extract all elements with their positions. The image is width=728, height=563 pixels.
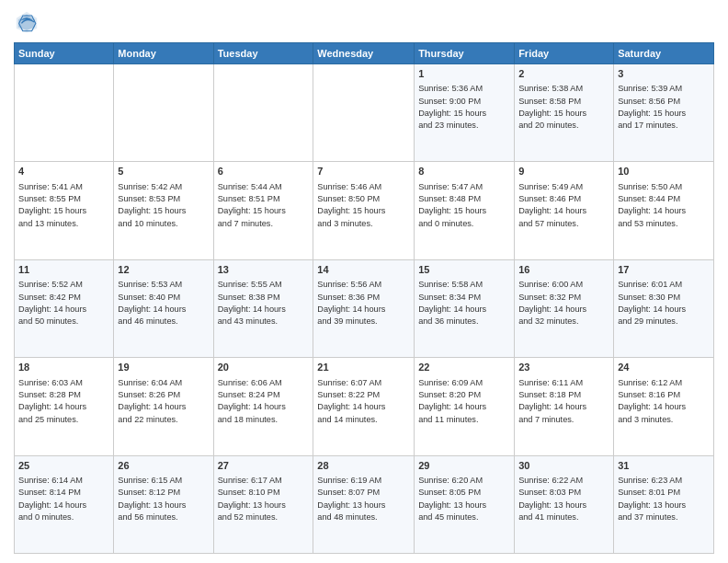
day-number: 30 [518, 459, 609, 473]
day-number: 26 [118, 459, 209, 473]
day-number: 7 [317, 165, 410, 178]
day-number: 21 [317, 361, 410, 374]
day-info: Sunrise: 6:07 AM Sunset: 8:22 PM Dayligh… [317, 377, 410, 426]
calendar-week-3: 11Sunrise: 5:52 AM Sunset: 8:42 PM Dayli… [15, 259, 714, 357]
calendar-cell [213, 64, 313, 162]
day-info: Sunrise: 6:19 AM Sunset: 8:07 PM Dayligh… [317, 475, 410, 523]
col-saturday: Saturday [614, 43, 714, 64]
calendar-cell: 5Sunrise: 5:42 AM Sunset: 8:53 PM Daylig… [114, 162, 213, 259]
day-number: 13 [218, 263, 310, 277]
day-info: Sunrise: 6:11 AM Sunset: 8:18 PM Dayligh… [518, 377, 609, 426]
day-info: Sunrise: 6:14 AM Sunset: 8:14 PM Dayligh… [18, 475, 109, 523]
day-info: Sunrise: 5:41 AM Sunset: 8:55 PM Dayligh… [18, 181, 109, 230]
day-info: Sunrise: 5:44 AM Sunset: 8:51 PM Dayligh… [218, 181, 310, 230]
calendar-cell: 10Sunrise: 5:50 AM Sunset: 8:44 PM Dayli… [614, 162, 714, 259]
calendar-cell [15, 64, 114, 162]
calendar-cell [313, 64, 415, 162]
calendar-cell: 19Sunrise: 6:04 AM Sunset: 8:26 PM Dayli… [114, 358, 213, 455]
logo [14, 9, 43, 35]
day-number: 19 [118, 361, 209, 374]
day-number: 15 [418, 263, 510, 277]
col-tuesday: Tuesday [213, 43, 313, 64]
col-monday: Monday [114, 43, 213, 64]
day-info: Sunrise: 5:49 AM Sunset: 8:46 PM Dayligh… [518, 181, 609, 230]
page: Sunday Monday Tuesday Wednesday Thursday… [0, 0, 728, 563]
calendar-cell: 21Sunrise: 6:07 AM Sunset: 8:22 PM Dayli… [313, 358, 415, 455]
day-number: 4 [18, 165, 109, 178]
day-info: Sunrise: 6:09 AM Sunset: 8:20 PM Dayligh… [418, 377, 510, 426]
day-number: 31 [618, 459, 710, 473]
day-number: 17 [618, 263, 710, 277]
day-number: 18 [18, 361, 109, 374]
day-info: Sunrise: 6:00 AM Sunset: 8:32 PM Dayligh… [518, 279, 609, 327]
day-number: 23 [518, 361, 609, 374]
day-number: 14 [317, 263, 410, 277]
day-info: Sunrise: 6:23 AM Sunset: 8:01 PM Dayligh… [618, 475, 710, 523]
calendar-cell: 14Sunrise: 5:56 AM Sunset: 8:36 PM Dayli… [313, 259, 415, 357]
day-number: 12 [118, 263, 209, 277]
day-info: Sunrise: 5:46 AM Sunset: 8:50 PM Dayligh… [317, 181, 410, 230]
calendar-cell: 15Sunrise: 5:58 AM Sunset: 8:34 PM Dayli… [415, 259, 515, 357]
day-info: Sunrise: 5:36 AM Sunset: 9:00 PM Dayligh… [418, 83, 510, 132]
day-info: Sunrise: 5:55 AM Sunset: 8:38 PM Dayligh… [218, 279, 310, 327]
day-number: 9 [518, 165, 609, 178]
day-info: Sunrise: 6:12 AM Sunset: 8:16 PM Dayligh… [618, 377, 710, 426]
day-number: 1 [418, 67, 510, 81]
col-thursday: Thursday [415, 43, 515, 64]
calendar-cell: 16Sunrise: 6:00 AM Sunset: 8:32 PM Dayli… [515, 259, 614, 357]
calendar-cell: 23Sunrise: 6:11 AM Sunset: 8:18 PM Dayli… [515, 358, 614, 455]
calendar-cell: 7Sunrise: 5:46 AM Sunset: 8:50 PM Daylig… [313, 162, 415, 259]
calendar-cell: 1Sunrise: 5:36 AM Sunset: 9:00 PM Daylig… [415, 64, 515, 162]
calendar-cell: 20Sunrise: 6:06 AM Sunset: 8:24 PM Dayli… [213, 358, 313, 455]
calendar-cell [114, 64, 213, 162]
day-info: Sunrise: 6:17 AM Sunset: 8:10 PM Dayligh… [218, 475, 310, 523]
day-info: Sunrise: 5:39 AM Sunset: 8:56 PM Dayligh… [618, 83, 710, 132]
day-number: 2 [518, 67, 609, 81]
col-wednesday: Wednesday [313, 43, 415, 64]
day-info: Sunrise: 5:50 AM Sunset: 8:44 PM Dayligh… [618, 181, 710, 230]
col-sunday: Sunday [15, 43, 114, 64]
day-info: Sunrise: 6:03 AM Sunset: 8:28 PM Dayligh… [18, 377, 109, 426]
calendar-cell: 28Sunrise: 6:19 AM Sunset: 8:07 PM Dayli… [313, 455, 415, 553]
calendar-cell: 25Sunrise: 6:14 AM Sunset: 8:14 PM Dayli… [15, 455, 114, 553]
day-info: Sunrise: 6:15 AM Sunset: 8:12 PM Dayligh… [118, 475, 209, 523]
day-info: Sunrise: 5:58 AM Sunset: 8:34 PM Dayligh… [418, 279, 510, 327]
calendar-cell: 4Sunrise: 5:41 AM Sunset: 8:55 PM Daylig… [15, 162, 114, 259]
day-info: Sunrise: 6:20 AM Sunset: 8:05 PM Dayligh… [418, 475, 510, 523]
day-number: 10 [618, 165, 710, 178]
day-number: 16 [518, 263, 609, 277]
calendar-cell: 13Sunrise: 5:55 AM Sunset: 8:38 PM Dayli… [213, 259, 313, 357]
day-number: 3 [618, 67, 710, 81]
day-number: 8 [418, 165, 510, 178]
day-info: Sunrise: 5:47 AM Sunset: 8:48 PM Dayligh… [418, 181, 510, 230]
day-info: Sunrise: 6:06 AM Sunset: 8:24 PM Dayligh… [218, 377, 310, 426]
day-info: Sunrise: 5:38 AM Sunset: 8:58 PM Dayligh… [518, 83, 609, 132]
day-number: 24 [618, 361, 710, 374]
day-number: 20 [218, 361, 310, 374]
calendar-cell: 2Sunrise: 5:38 AM Sunset: 8:58 PM Daylig… [515, 64, 614, 162]
calendar: Sunday Monday Tuesday Wednesday Thursday… [14, 42, 714, 554]
calendar-cell: 30Sunrise: 6:22 AM Sunset: 8:03 PM Dayli… [515, 455, 614, 553]
calendar-week-1: 1Sunrise: 5:36 AM Sunset: 9:00 PM Daylig… [15, 64, 714, 162]
day-info: Sunrise: 5:52 AM Sunset: 8:42 PM Dayligh… [18, 279, 109, 327]
calendar-cell: 27Sunrise: 6:17 AM Sunset: 8:10 PM Dayli… [213, 455, 313, 553]
day-info: Sunrise: 6:01 AM Sunset: 8:30 PM Dayligh… [618, 279, 710, 327]
col-friday: Friday [515, 43, 614, 64]
calendar-cell: 29Sunrise: 6:20 AM Sunset: 8:05 PM Dayli… [415, 455, 515, 553]
day-number: 11 [18, 263, 109, 277]
calendar-week-2: 4Sunrise: 5:41 AM Sunset: 8:55 PM Daylig… [15, 162, 714, 259]
calendar-header: Sunday Monday Tuesday Wednesday Thursday… [15, 43, 714, 64]
day-info: Sunrise: 6:22 AM Sunset: 8:03 PM Dayligh… [518, 475, 609, 523]
day-number: 6 [218, 165, 310, 178]
calendar-cell: 31Sunrise: 6:23 AM Sunset: 8:01 PM Dayli… [614, 455, 714, 553]
day-info: Sunrise: 5:53 AM Sunset: 8:40 PM Dayligh… [118, 279, 209, 327]
calendar-cell: 8Sunrise: 5:47 AM Sunset: 8:48 PM Daylig… [415, 162, 515, 259]
day-number: 27 [218, 459, 310, 473]
calendar-body: 1Sunrise: 5:36 AM Sunset: 9:00 PM Daylig… [15, 64, 714, 554]
calendar-week-4: 18Sunrise: 6:03 AM Sunset: 8:28 PM Dayli… [15, 358, 714, 455]
calendar-cell: 11Sunrise: 5:52 AM Sunset: 8:42 PM Dayli… [15, 259, 114, 357]
day-number: 5 [118, 165, 209, 178]
calendar-cell: 3Sunrise: 5:39 AM Sunset: 8:56 PM Daylig… [614, 64, 714, 162]
calendar-cell: 18Sunrise: 6:03 AM Sunset: 8:28 PM Dayli… [15, 358, 114, 455]
calendar-cell: 6Sunrise: 5:44 AM Sunset: 8:51 PM Daylig… [213, 162, 313, 259]
